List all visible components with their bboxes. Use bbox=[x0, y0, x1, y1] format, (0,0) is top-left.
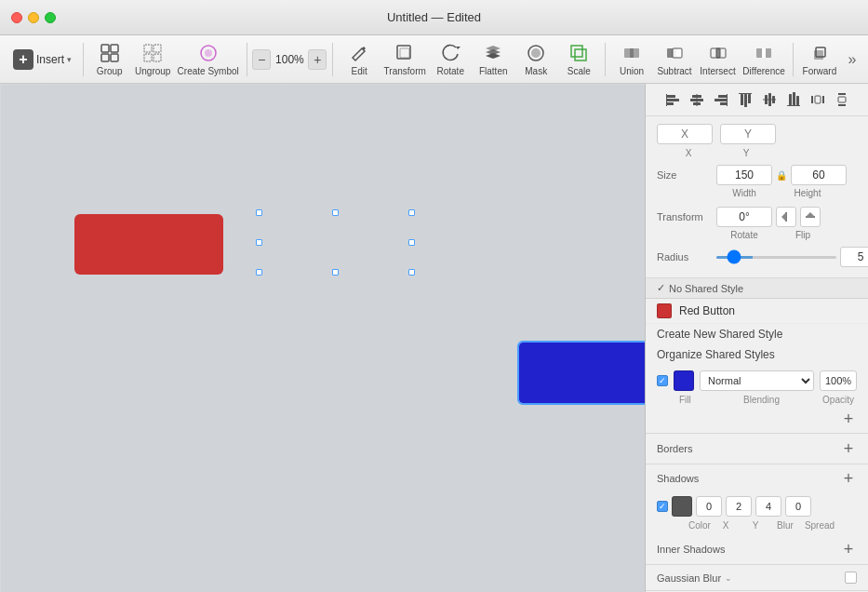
radius-slider[interactable] bbox=[716, 256, 836, 259]
union-button[interactable]: Union bbox=[611, 39, 652, 80]
svg-rect-10 bbox=[397, 46, 410, 59]
mask-label: Mask bbox=[525, 66, 547, 76]
fill-color-swatch[interactable] bbox=[674, 370, 694, 391]
more-button[interactable]: » bbox=[844, 48, 861, 71]
subtract-button[interactable]: Subtract bbox=[654, 39, 695, 80]
selection-handle-tc[interactable] bbox=[332, 209, 339, 216]
align-middle-v-button[interactable] bbox=[759, 89, 780, 110]
close-button[interactable] bbox=[11, 12, 22, 23]
selection-handle-tl[interactable] bbox=[256, 209, 262, 216]
align-right-button[interactable] bbox=[711, 89, 731, 110]
shadow-blur-input[interactable] bbox=[755, 496, 781, 517]
align-center-h-button[interactable] bbox=[687, 89, 707, 110]
style-option-red-button[interactable]: Red Button bbox=[646, 299, 868, 324]
distribute-v-button[interactable] bbox=[832, 89, 852, 110]
inner-shadows-section: Inner Shadows + bbox=[646, 534, 868, 565]
union-icon bbox=[620, 43, 644, 64]
zoom-plus-button[interactable]: + bbox=[308, 49, 327, 70]
alignment-row bbox=[646, 84, 868, 116]
svg-rect-4 bbox=[144, 45, 152, 52]
gaussian-blur-checkbox[interactable] bbox=[845, 572, 857, 584]
ungroup-button[interactable]: Ungroup bbox=[132, 39, 174, 80]
insert-button[interactable]: + Insert ▾ bbox=[7, 39, 77, 80]
mask-button[interactable]: Mask bbox=[515, 39, 556, 80]
transform-row: Transform bbox=[657, 204, 857, 230]
svg-rect-59 bbox=[838, 97, 846, 102]
zoom-minus-button[interactable]: − bbox=[252, 49, 271, 70]
svg-rect-18 bbox=[630, 48, 639, 58]
shadows-add-button[interactable]: + bbox=[840, 470, 857, 487]
fills-section: Normal Fill Blending Opacity + bbox=[646, 365, 868, 434]
selection-handle-tr[interactable] bbox=[408, 209, 415, 216]
opacity-input[interactable] bbox=[820, 370, 857, 391]
divider-1 bbox=[83, 43, 84, 76]
organize-shared-styles-button[interactable]: Organize Shared Styles bbox=[646, 344, 868, 365]
flatten-button[interactable]: Flatten bbox=[473, 39, 514, 80]
shadow-x-label: X bbox=[713, 520, 739, 531]
gaussian-blur-title-row: Gaussian Blur ⌄ bbox=[657, 572, 732, 584]
edit-button[interactable]: Edit bbox=[339, 39, 380, 80]
intersect-label: Intersect bbox=[700, 66, 735, 76]
shadow-color-swatch[interactable] bbox=[672, 496, 692, 517]
lock-icon[interactable]: 🔒 bbox=[776, 170, 787, 181]
maximize-button[interactable] bbox=[45, 12, 56, 23]
minimize-button[interactable] bbox=[28, 12, 39, 23]
selection-handle-br[interactable] bbox=[408, 269, 415, 276]
red-rectangle[interactable] bbox=[74, 214, 223, 275]
svg-rect-41 bbox=[727, 94, 728, 106]
y-input[interactable] bbox=[720, 124, 776, 144]
selection-handle-bl[interactable] bbox=[256, 269, 262, 276]
fill-checkbox[interactable] bbox=[657, 375, 668, 386]
mask-icon bbox=[524, 43, 548, 64]
shadow-spread-input[interactable] bbox=[785, 496, 811, 517]
distribute-h-button[interactable] bbox=[808, 89, 828, 110]
borders-add-button[interactable]: + bbox=[840, 440, 857, 457]
difference-button[interactable]: Difference bbox=[741, 39, 787, 80]
svg-rect-40 bbox=[720, 102, 728, 105]
selection-handle-ml[interactable] bbox=[256, 239, 262, 246]
svg-rect-42 bbox=[741, 94, 743, 105]
create-shared-style-button[interactable]: Create New Shared Style bbox=[646, 324, 868, 344]
rotate-button[interactable]: Rotate bbox=[430, 39, 471, 80]
flip-v-button[interactable] bbox=[800, 207, 821, 227]
transform-button[interactable]: Transform bbox=[381, 39, 428, 80]
zoom-control: − 100% + bbox=[252, 49, 327, 70]
flip-h-button[interactable] bbox=[776, 207, 796, 227]
forward-icon bbox=[808, 43, 832, 64]
selection-handle-mr[interactable] bbox=[408, 239, 415, 246]
shadow-x-input[interactable] bbox=[696, 496, 722, 517]
svg-marker-12 bbox=[456, 47, 461, 49]
x-input[interactable] bbox=[657, 124, 713, 144]
shadow-checkbox[interactable] bbox=[657, 501, 668, 512]
radius-input[interactable] bbox=[840, 247, 868, 267]
x-field-group bbox=[657, 124, 713, 144]
shadow-y-input[interactable] bbox=[726, 496, 752, 517]
selection-handle-bc[interactable] bbox=[332, 269, 339, 276]
fill-add-button[interactable]: + bbox=[840, 410, 857, 427]
align-top-button[interactable] bbox=[735, 89, 755, 110]
forward-label: Forward bbox=[803, 66, 837, 76]
height-input[interactable] bbox=[791, 165, 847, 185]
scale-icon bbox=[567, 43, 591, 64]
gaussian-expand-icon[interactable]: ⌄ bbox=[725, 573, 732, 583]
shadows-header: Shadows + bbox=[646, 464, 868, 492]
forward-button[interactable]: Forward bbox=[799, 39, 840, 80]
svg-rect-39 bbox=[714, 99, 728, 101]
inner-shadows-add-button[interactable]: + bbox=[840, 541, 857, 558]
scale-button[interactable]: Scale bbox=[558, 39, 599, 80]
rotate-input[interactable] bbox=[716, 207, 772, 227]
create-symbol-button[interactable]: Create Symbol bbox=[176, 39, 241, 80]
insert-chevron-icon: ▾ bbox=[67, 55, 72, 64]
transform-icon bbox=[393, 43, 417, 64]
blending-select[interactable]: Normal bbox=[700, 370, 814, 391]
canvas-area[interactable] bbox=[0, 84, 645, 592]
group-button[interactable]: Group bbox=[89, 39, 130, 80]
inner-shadows-title: Inner Shadows bbox=[657, 544, 725, 555]
intersect-button[interactable]: Intersect bbox=[697, 39, 739, 80]
union-label: Union bbox=[620, 66, 644, 76]
align-bottom-button[interactable] bbox=[783, 89, 804, 110]
blue-rectangle[interactable] bbox=[519, 343, 645, 403]
width-input[interactable] bbox=[716, 165, 772, 185]
align-left-button[interactable] bbox=[662, 89, 683, 110]
svg-rect-45 bbox=[739, 93, 752, 94]
